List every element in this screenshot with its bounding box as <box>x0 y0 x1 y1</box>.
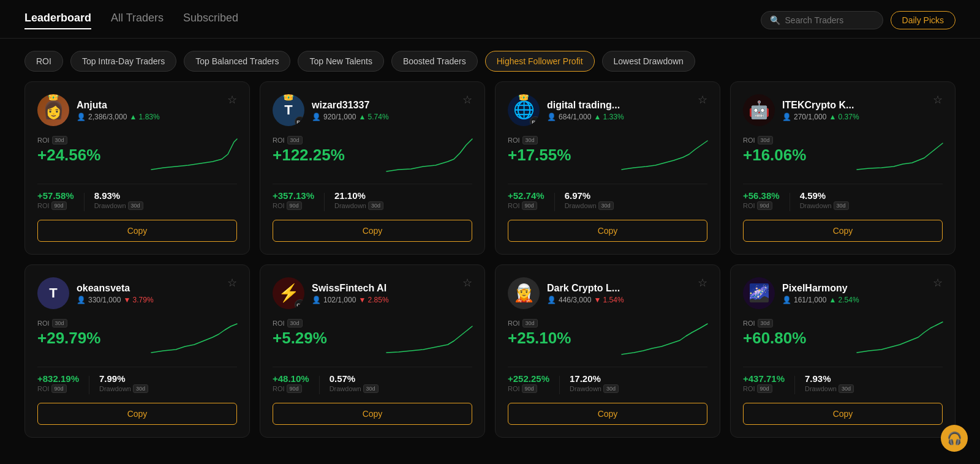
stat-divider <box>554 193 555 211</box>
search-input[interactable] <box>785 15 874 25</box>
roi-90d-badge: 90d <box>522 384 537 393</box>
search-box[interactable]: 🔍 <box>761 11 883 29</box>
copy-button[interactable]: Copy <box>273 220 472 242</box>
roi-90d-badge: 90d <box>757 201 772 210</box>
trader-followers: 👤 446/3,000 ▼ 1.54% <box>547 296 624 304</box>
roi-period-badge: 30d <box>287 136 303 144</box>
roi-90d-stat: +832.19% ROI 90d <box>37 373 79 393</box>
followers-icon: 👤 <box>312 296 321 304</box>
copy-button[interactable]: Copy <box>508 403 707 425</box>
followers-count: 102/1,000 <box>323 296 356 304</box>
avatar: 👑 👩 <box>37 94 69 126</box>
roi-90d-badge: 90d <box>51 201 67 210</box>
cards-grid: 👑 👩 Anjuta 👤 2,386/3,000 ▲ 1.83% ☆ ROI 3… <box>0 81 980 450</box>
copy-button[interactable]: Copy <box>37 220 237 242</box>
roi-period-badge: 30d <box>52 319 67 327</box>
roi-90d-value: +56.38% <box>743 190 780 201</box>
roi-90d-label: ROI 90d <box>743 384 785 393</box>
drawdown-value: 7.93% <box>805 373 854 384</box>
avatar: 🌌 <box>743 277 775 309</box>
drawdown-stat: 4.59% Drawdown 30d <box>800 190 849 210</box>
tab-all-traders[interactable]: All Traders <box>111 12 164 29</box>
chart-area: ROI 30d +5.29% <box>273 319 472 362</box>
favorite-button[interactable]: ☆ <box>933 276 943 290</box>
roi-90d-stat: +437.71% ROI 90d <box>743 373 785 393</box>
roi-period-badge: 30d <box>758 319 773 327</box>
favorite-button[interactable]: ☆ <box>462 93 472 107</box>
card-header: T okeansveta 👤 330/1,000 ▼ 3.79% ☆ <box>37 277 237 309</box>
trader-name: Anjuta <box>77 100 160 111</box>
drawdown-period-badge: 30d <box>363 384 379 393</box>
flag-badge: RU <box>530 116 540 126</box>
roi-90d-value: +437.71% <box>743 373 785 384</box>
drawdown-period-badge: 30d <box>834 201 849 210</box>
drawdown-value: 4.59% <box>800 190 849 201</box>
followers-icon: 👤 <box>547 296 556 304</box>
roi-90d-stat: +56.38% ROI 90d <box>743 190 780 210</box>
followers-change: ▲ 5.74% <box>358 113 388 121</box>
chart-sparkline <box>622 319 707 356</box>
copy-button[interactable]: Copy <box>508 220 707 242</box>
copy-button[interactable]: Copy <box>743 403 943 425</box>
stat-divider <box>89 376 89 394</box>
trader-followers: 👤 330/1,000 ▼ 3.79% <box>77 296 154 304</box>
daily-picks-button[interactable]: Daily Picks <box>891 11 956 29</box>
trader-info: 👑 🌐 RU digital trading... 👤 684/1,000 ▲ … <box>508 94 624 126</box>
followers-icon: 👤 <box>782 113 791 121</box>
card-header: 👑 👩 Anjuta 👤 2,386/3,000 ▲ 1.83% ☆ <box>37 94 237 126</box>
favorite-button[interactable]: ☆ <box>462 276 472 290</box>
favorite-button[interactable]: ☆ <box>698 93 707 107</box>
filter-top-balanced[interactable]: Top Balanced Traders <box>184 51 290 72</box>
flag-badge: RU <box>295 116 304 126</box>
drawdown-label: Drawdown 30d <box>565 201 614 210</box>
roi-90d-label: ROI 90d <box>508 201 545 210</box>
nav-tabs: Leaderboard All Traders Subscribed <box>24 12 238 38</box>
drawdown-value: 0.57% <box>330 373 379 384</box>
filter-highest-follower[interactable]: Highest Follower Profit <box>485 51 595 72</box>
roi-90d-label: ROI 90d <box>743 201 780 210</box>
roi-90d-label: ROI 90d <box>508 384 549 393</box>
filter-lowest-drawdown[interactable]: Lowest Drawdown <box>602 51 695 72</box>
followers-change: ▲ 2.54% <box>829 296 859 304</box>
roi-90d-stat: +357.13% ROI 90d <box>273 190 314 210</box>
filter-roi[interactable]: ROI <box>24 51 63 72</box>
card-header: 👑 T RU wizard31337 👤 920/1,000 ▲ 5.74% ☆ <box>273 94 472 126</box>
drawdown-value: 21.10% <box>334 190 383 201</box>
tab-leaderboard[interactable]: Leaderboard <box>24 12 91 29</box>
avatar: 🤖 <box>743 94 775 126</box>
followers-change: ▼ 3.79% <box>123 296 153 304</box>
favorite-button[interactable]: ☆ <box>698 276 707 290</box>
card-header: 🤖 ITEKCrypto K... 👤 270/1,000 ▲ 0.37% ☆ <box>743 94 943 126</box>
stats-row: +832.19% ROI 90d 7.99% Drawdown 30d <box>37 367 237 394</box>
header: Leaderboard All Traders Subscribed 🔍 Dai… <box>0 0 980 39</box>
stats-row: +357.13% ROI 90d 21.10% Drawdown 30d <box>273 184 472 211</box>
trader-card-anjuta: 👑 👩 Anjuta 👤 2,386/3,000 ▲ 1.83% ☆ ROI 3… <box>24 81 250 255</box>
copy-button[interactable]: Copy <box>273 403 472 425</box>
filter-top-intra-day[interactable]: Top Intra-Day Traders <box>70 51 176 72</box>
chart-area: ROI 30d +24.56% <box>37 136 237 179</box>
drawdown-label: Drawdown 30d <box>805 384 854 393</box>
trader-followers: 👤 2,386/3,000 ▲ 1.83% <box>77 113 160 121</box>
trader-name: PixelHarmony <box>782 283 859 294</box>
support-button[interactable]: 🎧 <box>941 425 968 452</box>
drawdown-label: Drawdown 30d <box>330 384 379 393</box>
filter-top-new-talents[interactable]: Top New Talents <box>298 51 383 72</box>
avatar: T <box>37 277 69 309</box>
drawdown-value: 7.99% <box>99 373 148 384</box>
favorite-button[interactable]: ☆ <box>227 93 237 107</box>
copy-button[interactable]: Copy <box>743 220 943 242</box>
flag-badge: CH <box>295 299 304 309</box>
favorite-button[interactable]: ☆ <box>933 93 943 107</box>
search-icon: 🔍 <box>770 15 780 25</box>
drawdown-label: Drawdown 30d <box>94 201 143 210</box>
favorite-button[interactable]: ☆ <box>227 276 237 290</box>
drawdown-stat: 0.57% Drawdown 30d <box>330 373 379 393</box>
drawdown-label: Drawdown 30d <box>570 384 619 393</box>
copy-button[interactable]: Copy <box>37 403 237 425</box>
tab-subscribed[interactable]: Subscribed <box>183 12 238 29</box>
avatar: ⚡ CH <box>273 277 304 309</box>
filter-boosted-traders[interactable]: Boosted Traders <box>391 51 478 72</box>
drawdown-value: 17.20% <box>570 373 619 384</box>
header-right: 🔍 Daily Picks <box>761 11 956 38</box>
stats-row: +48.10% ROI 90d 0.57% Drawdown 30d <box>273 367 472 394</box>
